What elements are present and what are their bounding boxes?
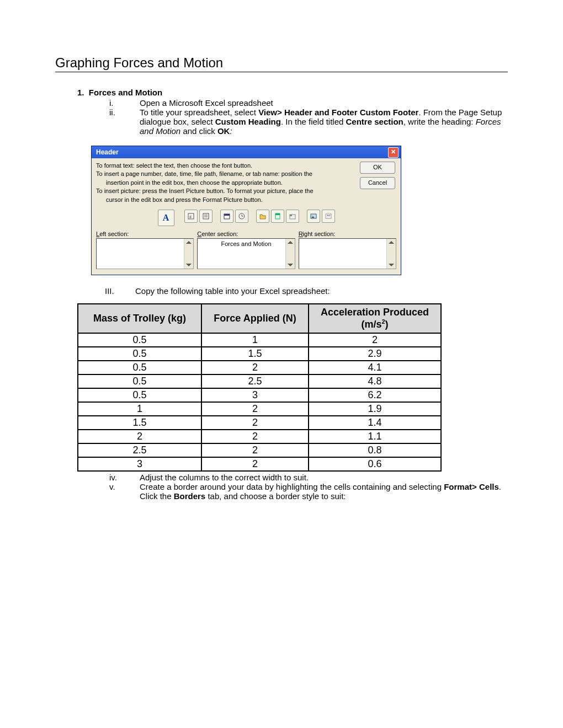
list-item-ii: ii. To title your spreadsheet, select Vi…: [105, 108, 508, 136]
cancel-button[interactable]: Cancel: [360, 177, 395, 189]
dialog-title: Header: [96, 148, 119, 156]
table-row: 0.51.52.9: [78, 347, 441, 361]
left-section-input[interactable]: [96, 238, 194, 269]
scrollbar[interactable]: [184, 239, 193, 269]
table-cell: 2: [201, 443, 309, 457]
left-section: Left section:: [96, 231, 194, 269]
instr-line: To insert picture: press the Insert Pict…: [96, 187, 396, 195]
section-heading: 1. Forces and Motion: [77, 88, 508, 97]
svg-rect-6: [224, 214, 230, 216]
list-text: Copy the following table into your Excel…: [135, 286, 508, 296]
list-text: To title your spreadsheet, select View> …: [140, 108, 508, 136]
svg-rect-11: [275, 213, 280, 215]
document-title: Graphing Forces and Motion: [55, 55, 508, 72]
list-item-III: III. Copy the following table into your …: [77, 286, 508, 296]
data-table: Mass of Trolley (kg) Force Applied (N) A…: [77, 303, 442, 472]
insert-picture-icon[interactable]: [307, 210, 320, 223]
center-section: Center section: Forces and Motion: [197, 231, 295, 269]
table-cell: 2: [201, 416, 309, 430]
table-cell: 2: [201, 402, 309, 416]
center-section-input[interactable]: Forces and Motion: [197, 238, 295, 269]
table-cell: 0.6: [309, 457, 441, 471]
time-icon[interactable]: [235, 210, 248, 223]
list-marker: i.: [105, 98, 140, 108]
table-row: 0.52.54.8: [78, 374, 441, 388]
table-cell: 0.5: [78, 333, 201, 347]
table-cell: 6.2: [309, 388, 441, 402]
right-section-label: Right section:: [299, 231, 396, 237]
table-row: 121.9: [78, 402, 441, 416]
table-cell: 0.8: [309, 443, 441, 457]
section-editors: Left section: Center section: Forces and…: [96, 231, 396, 269]
list-item-v: v. Create a border around your data by h…: [105, 482, 508, 501]
table-cell: 3: [78, 457, 201, 471]
list-item-i: i. Open a Microsoft Excel spreadsheet: [105, 98, 508, 108]
col-force: Force Applied (N): [201, 304, 309, 333]
table-cell: 1: [201, 333, 309, 347]
table-cell: 1.4: [309, 416, 441, 430]
table-cell: 2.5: [78, 443, 201, 457]
center-section-label: Center section:: [197, 231, 295, 237]
page: Graphing Forces and Motion 1. Forces and…: [55, 0, 508, 501]
ok-button[interactable]: OK: [360, 162, 395, 174]
scrollbar[interactable]: [386, 239, 396, 269]
right-section-input[interactable]: [299, 238, 396, 269]
table-header-row: Mass of Trolley (kg) Force Applied (N) A…: [78, 304, 441, 333]
pages-icon[interactable]: [199, 210, 213, 223]
document-body: 1. Forces and Motion i. Open a Microsoft…: [55, 88, 508, 501]
right-section: Right section:: [299, 231, 396, 269]
table-cell: 0.5: [78, 374, 201, 388]
table-cell: 2: [201, 430, 309, 443]
table-cell: 1.5: [201, 347, 309, 361]
scrollbar[interactable]: [285, 239, 295, 269]
dialog-body: OK Cancel To format text: select the tex…: [92, 158, 401, 275]
table-cell: 0.5: [78, 388, 201, 402]
section-title: Forces and Motion: [89, 88, 162, 97]
svg-rect-16: [326, 214, 331, 218]
col-acceleration: Acceleration Produced (m/s2): [309, 304, 441, 333]
font-button[interactable]: A: [158, 210, 174, 226]
table-row: 0.524.1: [78, 361, 441, 374]
table-cell: 4.8: [309, 374, 441, 388]
format-picture-icon[interactable]: [322, 210, 335, 223]
list-marker: III.: [105, 286, 135, 296]
instr-line: To format text: select the text, then ch…: [96, 162, 396, 170]
instr-line: To insert a page number, date, time, fil…: [96, 170, 396, 178]
table-cell: 2: [78, 430, 201, 443]
col-mass: Mass of Trolley (kg): [78, 304, 201, 333]
post-table-list: iv. Adjust the columns to the correct wi…: [77, 473, 508, 501]
list-text: Adjust the columns to the correct width …: [140, 473, 508, 482]
table-cell: 1.1: [309, 430, 441, 443]
center-section-value: Forces and Motion: [221, 240, 271, 247]
dialog-toolbar: A #: [96, 210, 396, 226]
table-cell: 2: [201, 361, 309, 374]
list-item-iv: iv. Adjust the columns to the correct wi…: [105, 473, 508, 482]
svg-point-15: [312, 215, 313, 216]
svg-text:#: #: [189, 215, 192, 220]
table-cell: 2: [201, 457, 309, 471]
list-text: Open a Microsoft Excel spreadsheet: [140, 98, 508, 108]
instr-line: cursor in the edit box and press the For…: [96, 196, 396, 204]
table-cell: 4.1: [309, 361, 441, 374]
instr-line: insertion point in the edit box, then ch…: [96, 179, 396, 187]
dialog-instructions: To format text: select the text, then ch…: [96, 162, 396, 204]
table-cell: 2.9: [309, 347, 441, 361]
left-section-label: Left section:: [96, 231, 194, 237]
dialog-buttons: OK Cancel: [360, 162, 395, 189]
tabname-icon[interactable]: [286, 210, 299, 223]
table-cell: 3: [201, 388, 309, 402]
section-number: 1.: [77, 88, 84, 97]
filepath-icon[interactable]: [256, 210, 269, 223]
filename-icon[interactable]: [271, 210, 284, 223]
table-cell: 0.5: [78, 361, 201, 374]
table-row: 221.1: [78, 430, 441, 443]
page-number-icon[interactable]: #: [184, 210, 198, 223]
list-marker: iv.: [105, 473, 140, 482]
date-icon[interactable]: [220, 210, 233, 223]
table-row: 1.521.4: [78, 416, 441, 430]
svg-rect-13: [290, 215, 292, 216]
table-cell: 0.5: [78, 347, 201, 361]
list-marker: v.: [105, 482, 140, 501]
list-text: Create a border around your data by high…: [140, 482, 508, 501]
close-icon[interactable]: ✕: [388, 147, 399, 158]
